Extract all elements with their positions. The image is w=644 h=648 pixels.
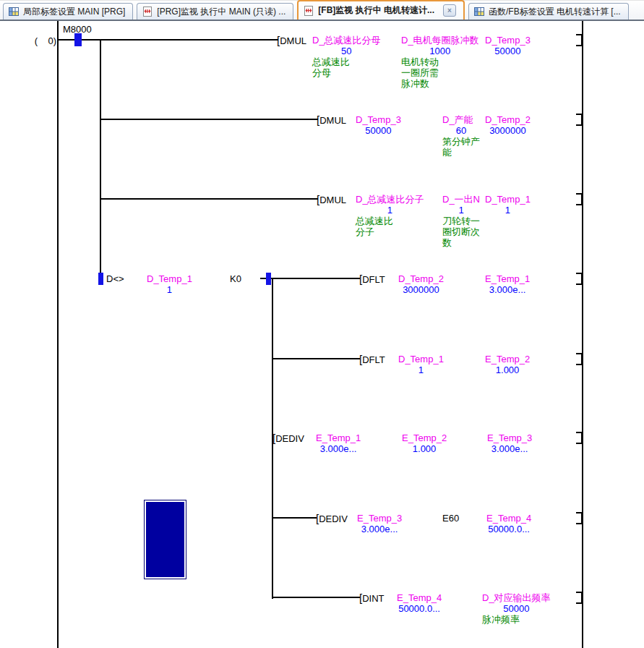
wire — [58, 39, 278, 40]
label-table-icon — [473, 6, 485, 17]
device-comment: 第分钟产 能 — [442, 136, 480, 158]
ladder-editor-canvas[interactable]: ( 0) M8000 D<> D_Temp_1 1 K0 [DMUL D_总减速… — [0, 0, 644, 648]
instruction-dmul-1[interactable]: [DMUL — [277, 35, 306, 46]
rung-end-bracket — [576, 34, 583, 46]
tab-label: [FB]监视 执行中 电机转速计... — [318, 4, 434, 17]
operand-cell[interactable]: D_对应输出频率 50000 脉冲频率 — [482, 592, 551, 625]
label-table-icon — [8, 6, 20, 17]
tab-fb-label-setting[interactable]: 函数/FB标签设置 电机转速计算 [... — [468, 3, 629, 20]
tab-label: [PRG]监视 执行中 MAIN (只读) ... — [157, 6, 285, 18]
operand-cell[interactable]: E_Temp_4 50000.0... — [486, 513, 531, 534]
instruction-label: DFLT — [362, 274, 385, 285]
instruction-dmul-2[interactable]: [DMUL — [317, 114, 346, 126]
device-label: D_总减速比分母 — [312, 35, 381, 46]
instruction-dediv-1[interactable]: [DEDIV — [272, 432, 304, 444]
monitor-value: 1 — [485, 205, 531, 216]
device-comment: 脉冲频率 — [482, 614, 551, 625]
instruction-dflt-2[interactable]: [DFLT — [359, 354, 385, 365]
comparison-operand-1[interactable]: D_Temp_1 1 — [147, 273, 192, 295]
wire — [100, 198, 318, 200]
monitor-value: 50000.0... — [397, 603, 442, 614]
instruction-label: DEDIV — [319, 513, 348, 524]
operand-cell[interactable]: D_Temp_3 50000 — [485, 35, 531, 56]
contact-m8000[interactable] — [74, 33, 82, 46]
operand-cell[interactable]: D_电机每圈脉冲数 1000 电机转动 一圈所需 脉冲数 — [401, 35, 479, 89]
comparison-operand-2[interactable]: K0 — [230, 273, 241, 284]
device-comment: 总减速比 分子 — [356, 216, 424, 237]
operand-cell[interactable]: D_一出N 1 刀轮转一 圈切断次 数 — [442, 194, 480, 248]
operand-cell[interactable]: E_Temp_4 50000.0... — [397, 592, 442, 614]
edit-cursor[interactable] — [144, 500, 186, 579]
constant-label: K0 — [230, 273, 241, 284]
device-label: E_Temp_4 — [397, 592, 442, 603]
operand-cell[interactable]: E_Temp_2 1.000 — [485, 354, 530, 375]
operand-cell[interactable]: D_总减速比分母 50 总减速比 分母 — [312, 35, 381, 78]
rung-end-bracket — [576, 592, 583, 604]
instruction-dflt-1[interactable]: [DFLT — [359, 273, 385, 285]
device-comment: 刀轮转一 圈切断次 数 — [442, 216, 480, 248]
device-label: D_总减速比分子 — [356, 194, 424, 205]
monitor-value: 3.000e... — [487, 443, 532, 454]
document-tab-bar: 局部标签设置 MAIN [PRG] [PRG]监视 执行中 MAIN (只读) … — [0, 0, 644, 21]
wire — [272, 597, 360, 598]
operand-cell[interactable]: D_Temp_1 1 — [398, 354, 444, 375]
monitor-value: 1 — [356, 205, 424, 216]
close-tab-icon[interactable]: × — [443, 4, 456, 17]
operand-cell[interactable]: E60 — [442, 513, 459, 524]
ladder-monitor-icon — [303, 5, 314, 17]
monitor-value: 1.000 — [402, 443, 447, 454]
instruction-label: DMUL — [319, 115, 346, 126]
monitor-value: 3.000e... — [316, 443, 361, 454]
left-power-rail — [57, 21, 59, 648]
tab-fb-monitor-active[interactable]: [FB]监视 执行中 电机转速计... × — [297, 0, 465, 20]
monitor-value: 3000000 — [398, 284, 444, 295]
operand-cell[interactable]: E_Temp_2 1.000 — [402, 432, 447, 454]
operand-cell[interactable]: D_Temp_2 3000000 — [485, 114, 531, 136]
device-label: E_Temp_1 — [485, 273, 530, 284]
gx-works2-window: ( 0) M8000 D<> D_Temp_1 1 K0 [DMUL D_总减速… — [0, 0, 644, 648]
rung-end-bracket — [576, 273, 583, 285]
operand-cell[interactable]: D_产能 60 第分钟产 能 — [442, 114, 480, 158]
operand-cell[interactable]: E_Temp_3 3.000e... — [357, 513, 402, 534]
power-flow-marker — [266, 273, 271, 285]
instruction-dediv-2[interactable]: [DEDIV — [316, 513, 348, 524]
monitor-value: 50000 — [482, 603, 551, 614]
operand-cell[interactable]: D_Temp_3 50000 — [356, 114, 401, 136]
operand-cell[interactable]: E_Temp_1 3.000e... — [485, 273, 530, 295]
device-label: D_Temp_3 — [356, 114, 401, 125]
comparison-instruction[interactable]: D<> — [106, 273, 124, 284]
comparison-op-label: D<> — [106, 273, 124, 284]
device-label: D_产能 — [442, 114, 480, 125]
instruction-label: DMUL — [280, 35, 306, 46]
device-label: D_Temp_3 — [485, 35, 531, 46]
monitor-value: 1.000 — [485, 364, 530, 375]
branch-wire — [100, 39, 101, 280]
ladder-monitor-icon — [142, 6, 153, 17]
rung-end-bracket — [576, 353, 583, 365]
constant-label: E60 — [442, 513, 459, 524]
instruction-label: DINT — [362, 593, 384, 604]
wire — [272, 358, 360, 359]
device-label: D_Temp_2 — [485, 114, 531, 125]
device-label: D_一出N — [442, 194, 480, 205]
monitor-value: 50000 — [356, 125, 401, 136]
device-label: D_Temp_1 — [147, 273, 192, 284]
monitor-value: 50 — [312, 46, 381, 56]
tab-prg-monitor-main[interactable]: [PRG]监视 执行中 MAIN (只读) ... — [137, 3, 293, 20]
device-label: E_Temp_4 — [486, 513, 531, 524]
operand-cell[interactable]: E_Temp_1 3.000e... — [316, 432, 361, 454]
wire — [272, 278, 360, 279]
monitor-value: 3000000 — [485, 125, 531, 136]
device-comment: 电机转动 一圈所需 脉冲数 — [401, 56, 479, 89]
monitor-value: 1 — [398, 364, 444, 375]
operand-cell[interactable]: D_总减速比分子 1 总减速比 分子 — [356, 194, 424, 237]
wire — [272, 517, 317, 519]
device-label: D_对应输出频率 — [482, 592, 551, 603]
instruction-dmul-3[interactable]: [DMUL — [317, 194, 346, 205]
instruction-dint[interactable]: [DINT — [359, 592, 385, 604]
operand-cell[interactable]: E_Temp_3 3.000e... — [487, 432, 532, 454]
monitor-value: 3.000e... — [485, 284, 530, 295]
operand-cell[interactable]: D_Temp_2 3000000 — [398, 273, 444, 295]
operand-cell[interactable]: D_Temp_1 1 — [485, 194, 531, 216]
tab-local-label-setting[interactable]: 局部标签设置 MAIN [PRG] — [3, 3, 133, 20]
